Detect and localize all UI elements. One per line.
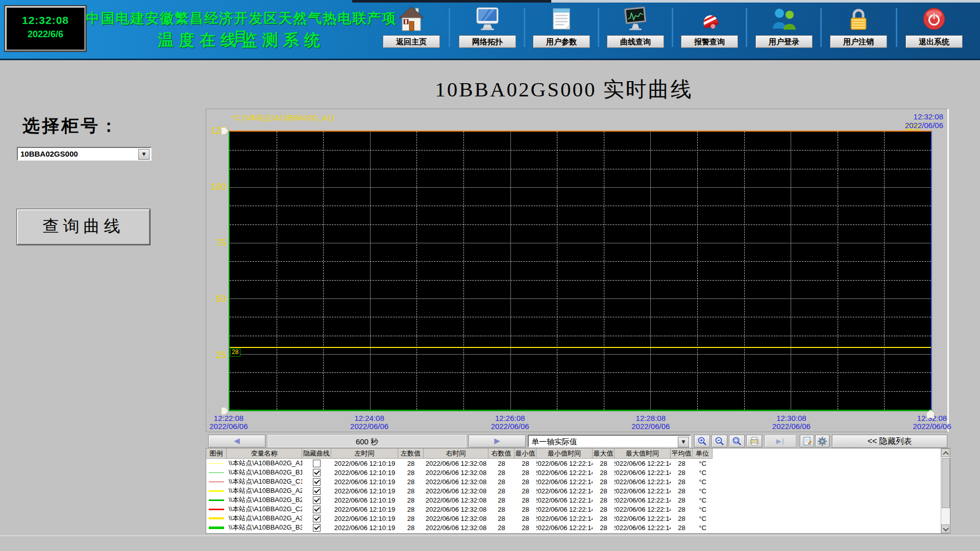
- home-icon: [398, 5, 425, 33]
- nav-curve-query[interactable]: 曲线查询: [605, 5, 666, 57]
- column-header[interactable]: 隐藏曲线: [302, 448, 331, 459]
- user-login-icon: [770, 5, 798, 33]
- axis-mode-select[interactable]: 单一轴实际值 ▼: [528, 435, 691, 447]
- column-header[interactable]: 变量名称: [227, 448, 302, 459]
- scroll-down-button[interactable]: [941, 524, 949, 533]
- table-cell: 28: [671, 486, 693, 495]
- table-cell: 28: [593, 495, 615, 505]
- table-cell: 28: [488, 523, 514, 532]
- hide-curve-checkbox[interactable]: [313, 478, 321, 486]
- print-button[interactable]: [746, 435, 762, 447]
- hide-curve-checkbox[interactable]: [313, 460, 321, 467]
- table-row[interactable]: \\本站点\A10BBA02G_C12022/06/06 12:10:19282…: [206, 477, 768, 486]
- column-header[interactable]: 最小值时间: [536, 448, 593, 459]
- nav-exit-button[interactable]: 退出系统: [905, 35, 963, 48]
- table-cell: [302, 468, 331, 477]
- chevron-down-icon[interactable]: ▼: [678, 437, 689, 447]
- table-row[interactable]: \\本站点\A10BBA02G_A32022/06/06 12:10:19282…: [206, 514, 768, 523]
- step-forward-button[interactable]: ▶: [469, 435, 526, 447]
- zoom-out-button[interactable]: [712, 435, 727, 447]
- scrollbar-thumb[interactable]: [942, 458, 950, 508]
- table-cell: 28: [488, 459, 514, 468]
- legend-line: [209, 509, 224, 510]
- play-pause-button[interactable]: ▶|: [765, 435, 796, 447]
- hide-curve-checkbox[interactable]: [313, 496, 321, 504]
- step-back-button[interactable]: ◀: [208, 435, 265, 447]
- nav-user-params-button[interactable]: 用户参数: [533, 35, 590, 48]
- table-row[interactable]: \\本站点\A10BBA02G_B12022/06/06 12:10:19282…: [206, 468, 768, 477]
- nav-home[interactable]: 返回主页: [381, 5, 442, 57]
- column-header[interactable]: 最大值时间: [615, 448, 671, 459]
- hide-curve-checkbox[interactable]: [313, 515, 321, 522]
- chevron-down-icon[interactable]: ▼: [138, 149, 150, 160]
- table-scrollbar[interactable]: [941, 448, 950, 533]
- nav-user-login-button[interactable]: 用户登录: [755, 35, 813, 48]
- zoom-in-button[interactable]: [694, 435, 710, 447]
- network-icon: [474, 5, 501, 33]
- variable-name-cell: \\本站点\A10BBA02G_B2: [227, 495, 302, 505]
- settings-button[interactable]: [815, 435, 829, 447]
- axis-top-marker[interactable]: [222, 128, 228, 134]
- play-pause-icon: ▶|: [776, 437, 785, 445]
- column-header[interactable]: 单位: [693, 448, 713, 459]
- table-cell: 28: [593, 523, 615, 532]
- table-row[interactable]: \\本站点\A10BBA02G_B22022/06/06 12:10:19282…: [206, 495, 768, 505]
- y-tick-label: 25: [206, 349, 226, 361]
- h-gridline: [230, 243, 931, 243]
- nav-separator: [820, 8, 822, 47]
- nav-user-logout[interactable]: 用户注销: [828, 5, 889, 57]
- table-cell: [302, 523, 331, 532]
- nav-user-params[interactable]: 用户参数: [531, 5, 592, 57]
- nav-curve-query-button[interactable]: 曲线查询: [607, 35, 664, 48]
- column-header[interactable]: 平均值: [671, 448, 693, 459]
- hide-curve-checkbox[interactable]: [313, 469, 321, 477]
- table-cell: 2022/06/06 12:22:14: [615, 477, 671, 486]
- h-gridline: [230, 224, 931, 225]
- plot-area[interactable]: 28: [229, 131, 932, 411]
- user-params-icon: [548, 5, 575, 33]
- table-cell: 28: [593, 514, 615, 523]
- hide-list-button[interactable]: << 隐藏列表: [832, 435, 947, 448]
- hide-curve-checkbox[interactable]: [313, 524, 321, 532]
- zoom-box-button[interactable]: [729, 435, 745, 447]
- column-header[interactable]: 左时间: [331, 448, 398, 459]
- table-row[interactable]: \\本站点\A10BBA02G_C22022/06/06 12:10:19282…: [206, 505, 768, 514]
- table-cell: 2022/06/06 12:22:14: [536, 477, 593, 486]
- cursor-date: 2022/06/06: [905, 121, 943, 130]
- column-header[interactable]: 右时间: [424, 448, 488, 459]
- table-cell: 2022/06/06 12:22:14: [615, 486, 671, 495]
- nav-separator: [746, 8, 747, 47]
- nav-exit[interactable]: 退出系统: [904, 5, 964, 57]
- cabinet-select[interactable]: 10BBA02GS000 ▼: [17, 147, 152, 161]
- column-header[interactable]: 图例: [206, 448, 227, 459]
- column-header[interactable]: 右数值: [488, 448, 514, 459]
- nav-network[interactable]: 网络拓扑: [457, 5, 518, 57]
- temperature-monitor-screen: 12:32:08 2022/6/6 中国电建安徽繁昌经济开发区天然气热电联产项目…: [0, 0, 980, 551]
- system-title: 温度在线监测系统: [86, 30, 397, 51]
- nav-user-login[interactable]: 用户登录: [754, 5, 814, 57]
- v-gridline: [463, 132, 464, 410]
- hide-curve-checkbox[interactable]: [313, 487, 321, 495]
- column-header[interactable]: 最小值: [514, 448, 536, 459]
- nav-alarm-query-button[interactable]: 报警查询: [681, 35, 738, 48]
- column-header[interactable]: 最大值: [593, 448, 615, 459]
- table-cell: [302, 459, 331, 468]
- hide-curve-checkbox[interactable]: [313, 506, 321, 513]
- nav-user-logout-button[interactable]: 用户注销: [830, 35, 887, 48]
- nav-network-button[interactable]: 网络拓扑: [459, 35, 516, 48]
- scroll-up-button[interactable]: [941, 448, 949, 457]
- column-header[interactable]: 左数值: [398, 448, 424, 459]
- nav-alarm-query[interactable]: 报警查询: [679, 5, 740, 57]
- x-tick-label: 12:24:082022/06/06: [336, 414, 403, 431]
- table-row[interactable]: \\本站点\A10BBA02G_A22022/06/06 12:10:19282…: [206, 486, 768, 495]
- x-tick-label: 12:22:082022/06/06: [195, 414, 262, 431]
- nav-home-button[interactable]: 返回主页: [383, 35, 440, 48]
- interval-field[interactable]: 600 秒: [267, 435, 467, 447]
- cursor-timestamp: 12:32:08 2022/06/06: [905, 112, 943, 130]
- right-arrow-icon: ▶: [494, 436, 500, 445]
- h-gridline: [230, 187, 931, 188]
- table-row[interactable]: \\本站点\A10BBA02G_A12022/06/06 12:10:19282…: [206, 459, 768, 468]
- table-row[interactable]: \\本站点\A10BBA02G_B32022/06/06 12:10:19282…: [206, 523, 768, 532]
- legend-notes-button[interactable]: [800, 435, 814, 447]
- query-curve-button[interactable]: 查询曲线: [17, 209, 150, 245]
